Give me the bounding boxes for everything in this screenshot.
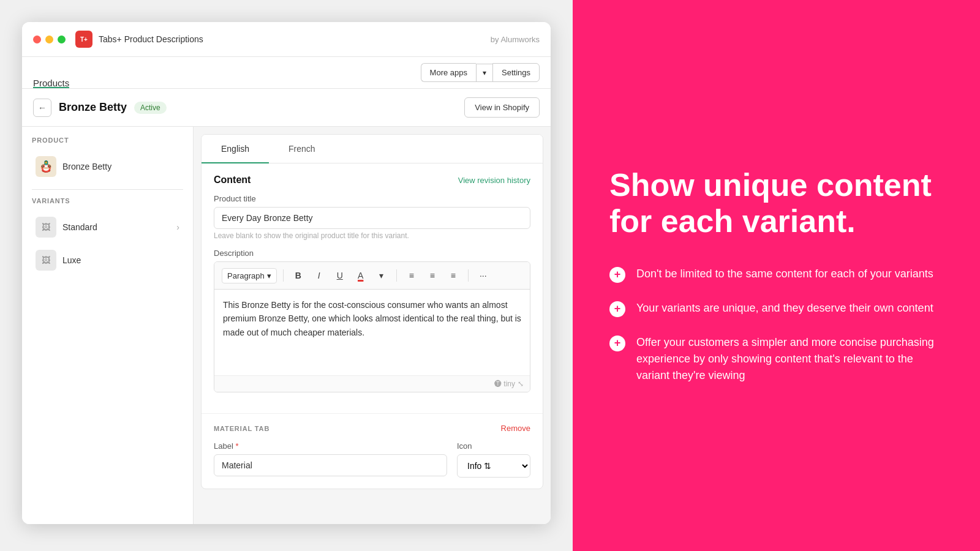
language-tabs: English French [202, 135, 543, 163]
sidebar-divider [32, 189, 183, 190]
active-badge: Active [134, 102, 167, 114]
label-field-label: Label * [214, 441, 447, 451]
product-title: Bronze Betty [59, 101, 127, 114]
icon-field-label: Icon [457, 441, 530, 451]
color-dropdown-button[interactable]: ▾ [373, 267, 390, 284]
product-name: Bronze Betty [62, 162, 111, 171]
toolbar-divider-2 [396, 269, 397, 282]
more-options-button[interactable]: ··· [475, 267, 492, 284]
minimize-button[interactable] [45, 36, 53, 43]
app-by-label: by Alumworks [491, 35, 540, 44]
label-field-group: Label * [214, 441, 447, 479]
title-bar: T+ Tabs+ Product Descriptions by Alumwor… [22, 22, 551, 57]
feature-list: + Don't be limited to the same content f… [609, 266, 943, 384]
bold-button[interactable]: B [290, 267, 307, 284]
material-tab-section: MATERIAL TAB Remove Label * [202, 413, 543, 489]
resize-handle-icon: ⤡ [518, 380, 524, 388]
align-center-button[interactable]: ≡ [424, 267, 441, 284]
content-section-title: Content [214, 174, 251, 186]
revision-history-link[interactable]: View revision history [458, 176, 530, 185]
feature-item-2: + Your variants are unique, and they des… [609, 300, 943, 317]
main-content: PRODUCT 🪆 Bronze Betty VARIANTS 🖼 Standa… [22, 127, 551, 524]
rich-text-editor: Paragraph ▾ B I U A ▾ [214, 261, 530, 392]
toolbar-divider [283, 269, 284, 282]
editor-area: English French Content View revision his… [194, 127, 551, 524]
variant-thumbnail-standard: 🖼 [36, 217, 56, 238]
product-title-label: Product title [214, 194, 530, 203]
variant-thumbnail-luxe: 🖼 [36, 250, 56, 271]
material-section-title: MATERIAL TAB [214, 425, 270, 432]
more-apps-dropdown-button[interactable]: ▾ [476, 64, 493, 82]
material-fields: Label * Icon Info ⇅ [214, 441, 530, 479]
variant-name-luxe: Luxe [62, 255, 81, 265]
required-indicator: * [235, 441, 238, 451]
product-title-hint: Leave blank to show the original product… [214, 231, 530, 240]
nav-bar: Products More apps ▾ Settings [22, 57, 551, 89]
product-header-left: ← Bronze Betty Active [33, 99, 167, 117]
product-thumbnail: 🪆 [36, 156, 56, 177]
icon-field-group: Icon Info ⇅ [457, 441, 530, 479]
rte-toolbar: Paragraph ▾ B I U A ▾ [214, 262, 530, 290]
editor-inner: English French Content View revision his… [201, 134, 543, 489]
feature-item-1: + Don't be limited to the same content f… [609, 266, 943, 283]
content-section: Content View revision history Product ti… [202, 163, 543, 413]
paragraph-dropdown[interactable]: Paragraph ▾ [222, 268, 277, 283]
product-section-title: PRODUCT [32, 137, 183, 144]
description-label: Description [214, 249, 530, 258]
tab-french[interactable]: French [269, 135, 335, 163]
align-right-button[interactable]: ≡ [445, 267, 462, 284]
feature-plus-icon-2: + [609, 301, 625, 317]
app-icon: T+ [75, 31, 92, 48]
tab-english[interactable]: English [202, 135, 269, 163]
variant-name-standard: Standard [62, 222, 97, 232]
variant-item-standard[interactable]: 🖼 Standard › [32, 212, 183, 242]
italic-button[interactable]: I [311, 267, 328, 284]
tiny-logo: 🅣 tiny [494, 380, 515, 388]
text-color-button[interactable]: A [352, 267, 369, 284]
content-header: Content View revision history [214, 174, 530, 186]
rte-footer: 🅣 tiny ⤡ [214, 375, 530, 392]
maximize-button[interactable] [58, 36, 66, 43]
product-title-input[interactable] [214, 207, 530, 229]
nav-products[interactable]: Products [33, 57, 69, 88]
variant-item-luxe[interactable]: 🖼 Luxe [32, 245, 183, 276]
headline: Show unique content for each variant. [609, 167, 943, 238]
label-input[interactable] [214, 454, 447, 476]
browser-window: T+ Tabs+ Product Descriptions by Alumwor… [22, 22, 551, 524]
rte-content-area[interactable]: This Bronze Betty is for the cost-consci… [214, 290, 530, 375]
align-left-button[interactable]: ≡ [403, 267, 420, 284]
more-apps-button[interactable]: More apps [421, 63, 476, 82]
material-section-header: MATERIAL TAB Remove [214, 424, 530, 433]
product-item[interactable]: 🪆 Bronze Betty [32, 151, 183, 182]
feature-text-2: Your variants are unique, and they deser… [636, 300, 933, 317]
left-sidebar: PRODUCT 🪆 Bronze Betty VARIANTS 🖼 Standa… [22, 127, 194, 524]
feature-plus-icon-3: + [609, 335, 625, 351]
variants-section-title: VARIANTS [32, 197, 183, 204]
toolbar-divider-3 [468, 269, 469, 282]
product-header: ← Bronze Betty Active View in Shopify [22, 89, 551, 127]
settings-button[interactable]: Settings [492, 63, 540, 82]
icon-select[interactable]: Info ⇅ [457, 454, 530, 478]
view-in-shopify-button[interactable]: View in Shopify [464, 97, 540, 118]
feature-item-3: + Offer your customers a simpler and mor… [609, 334, 943, 384]
back-button[interactable]: ← [33, 99, 51, 117]
app-title: Tabs+ Product Descriptions [99, 34, 484, 44]
chevron-right-icon: › [176, 222, 179, 232]
feature-text-1: Don't be limited to the same content for… [636, 266, 933, 282]
feature-plus-icon-1: + [609, 267, 625, 283]
remove-tab-link[interactable]: Remove [501, 424, 530, 433]
underline-button[interactable]: U [331, 267, 349, 284]
right-panel: Show unique content for each variant. + … [573, 0, 980, 551]
close-button[interactable] [33, 36, 41, 43]
nav-actions: More apps ▾ Settings [421, 63, 540, 82]
traffic-lights [33, 36, 66, 43]
feature-text-3: Offer your customers a simpler and more … [636, 334, 943, 384]
